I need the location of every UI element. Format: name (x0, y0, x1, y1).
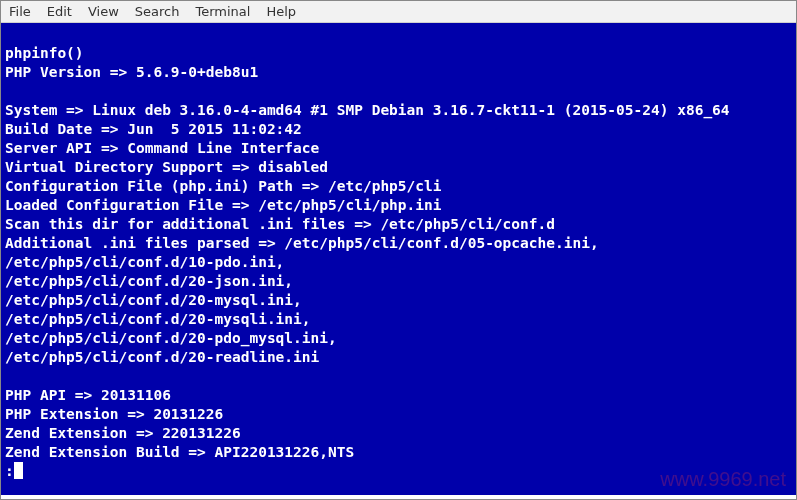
pager-prompt: : (5, 463, 14, 479)
terminal-line: PHP API => 20131106 (5, 387, 171, 403)
menu-help[interactable]: Help (266, 4, 296, 19)
menu-search[interactable]: Search (135, 4, 180, 19)
watermark: www.9969.net (660, 470, 786, 489)
terminal-line: /etc/php5/cli/conf.d/20-mysql.ini, (5, 292, 302, 308)
terminal-line: /etc/php5/cli/conf.d/10-pdo.ini, (5, 254, 284, 270)
terminal-line: phpinfo() (5, 45, 84, 61)
cursor-icon (14, 462, 23, 479)
terminal-line: Virtual Directory Support => disabled (5, 159, 328, 175)
terminal-line: /etc/php5/cli/conf.d/20-json.ini, (5, 273, 293, 289)
terminal-line: Additional .ini files parsed => /etc/php… (5, 235, 599, 251)
terminal-line: /etc/php5/cli/conf.d/20-pdo_mysql.ini, (5, 330, 337, 346)
terminal-line: Zend Extension Build => API220131226,NTS (5, 444, 354, 460)
terminal-line: System => Linux deb 3.16.0-4-amd64 #1 SM… (5, 102, 730, 118)
terminal-line: Server API => Command Line Interface (5, 140, 319, 156)
terminal-line: PHP Extension => 20131226 (5, 406, 223, 422)
terminal-line: Loaded Configuration File => /etc/php5/c… (5, 197, 442, 213)
menubar: File Edit View Search Terminal Help (1, 1, 796, 23)
menu-view[interactable]: View (88, 4, 119, 19)
terminal-output[interactable]: phpinfo() PHP Version => 5.6.9-0+deb8u1 … (1, 23, 796, 495)
terminal-line: Configuration File (php.ini) Path => /et… (5, 178, 442, 194)
terminal-line: /etc/php5/cli/conf.d/20-mysqli.ini, (5, 311, 311, 327)
terminal-line: Scan this dir for additional .ini files … (5, 216, 555, 232)
terminal-line: /etc/php5/cli/conf.d/20-readline.ini (5, 349, 319, 365)
menu-file[interactable]: File (9, 4, 31, 19)
menu-terminal[interactable]: Terminal (195, 4, 250, 19)
terminal-line: Build Date => Jun 5 2015 11:02:42 (5, 121, 302, 137)
terminal-line: PHP Version => 5.6.9-0+deb8u1 (5, 64, 258, 80)
menu-edit[interactable]: Edit (47, 4, 72, 19)
terminal-line: Zend Extension => 220131226 (5, 425, 241, 441)
